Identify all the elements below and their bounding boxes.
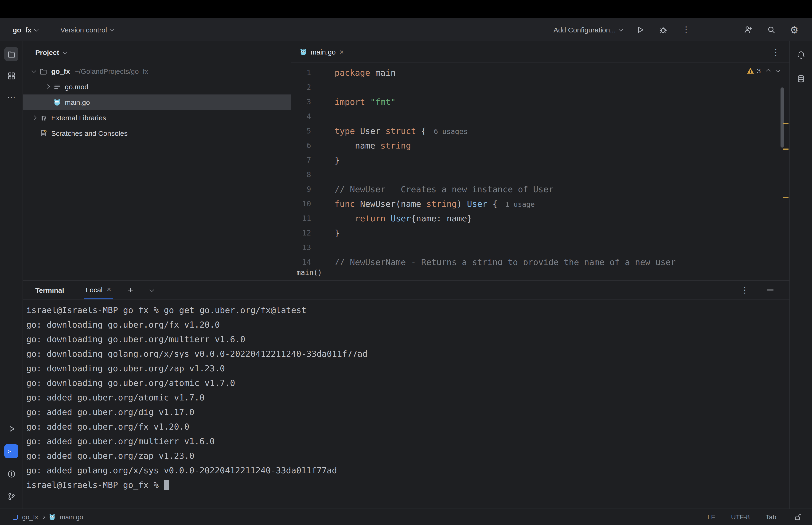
status-breadcrumb[interactable]: go_fx main.go [13, 513, 83, 521]
settings-button[interactable]: ⚙ [789, 25, 799, 35]
code-line[interactable]: 10func NewUser(name string) User {1 usag… [291, 196, 790, 211]
problems-tool-button[interactable] [4, 467, 18, 481]
line-number[interactable]: 4 [291, 109, 311, 124]
indent-indicator[interactable]: Tab [766, 513, 776, 521]
more-actions-button[interactable]: ⋮ [681, 25, 691, 35]
editor-tab-main-go[interactable]: main.go × [300, 48, 344, 56]
debug-button[interactable] [658, 25, 668, 35]
warning-stripe-mark[interactable] [783, 123, 788, 124]
warning-count[interactable]: 3 [747, 67, 761, 75]
write-access-button[interactable] [792, 512, 802, 522]
editor-scrollbar[interactable] [781, 87, 784, 148]
editor-options-button[interactable]: ⋮ [771, 47, 781, 57]
terminal-tool-button[interactable]: >_ [4, 444, 18, 458]
database-button[interactable] [794, 72, 808, 86]
warning-icon [747, 67, 754, 74]
line-number[interactable]: 11 [291, 211, 311, 226]
code-line[interactable]: 2 [291, 80, 790, 94]
code-line[interactable]: 11 return User{name: name} [291, 211, 790, 226]
terminal-prompt-text: israel@Israels-MBP go_fx % [26, 480, 164, 490]
structure-icon [7, 72, 15, 80]
code-line[interactable]: 6 name string [291, 138, 790, 153]
line-number[interactable]: 12 [291, 226, 311, 240]
tree-item-external-libraries[interactable]: External Libraries [23, 110, 291, 125]
chevron-right-icon[interactable] [32, 116, 36, 120]
code-line[interactable]: 13 [291, 240, 790, 255]
terminal-tab-local[interactable]: Local × [84, 281, 113, 299]
code-editor[interactable]: 1package main23import "fmt"45type User s… [291, 63, 790, 265]
tree-item-label: External Libraries [51, 114, 106, 122]
project-widget[interactable]: go_fx [13, 26, 38, 34]
code-token: string [380, 140, 411, 150]
line-number[interactable]: 8 [291, 167, 311, 182]
tree-item-label: main.go [65, 98, 90, 106]
tree-item-scratches[interactable]: Scratches and Consoles [23, 125, 291, 141]
line-number[interactable]: 5 [291, 124, 311, 138]
terminal-cursor [164, 480, 168, 490]
new-terminal-button[interactable]: + [125, 285, 136, 295]
line-number[interactable]: 10 [291, 196, 311, 211]
project-tool-button[interactable] [4, 47, 18, 61]
run-configuration-selector[interactable]: Add Configuration... [554, 26, 622, 34]
line-number[interactable]: 9 [291, 182, 311, 196]
chevron-up-icon[interactable] [766, 69, 770, 74]
code-with-me-button[interactable] [743, 25, 753, 35]
tree-item-label: Scratches and Consoles [51, 129, 127, 137]
code-line[interactable]: 5type User struct {6 usages [291, 124, 790, 138]
chevron-right-icon[interactable] [45, 85, 49, 89]
code-line[interactable]: 8 [291, 167, 790, 182]
usage-inlay-hint[interactable]: 6 usages [434, 127, 468, 136]
code-line[interactable]: 3import "fmt" [291, 94, 790, 109]
chevron-down-icon[interactable] [775, 68, 780, 72]
notifications-button[interactable] [794, 48, 808, 62]
chevron-down-icon [618, 27, 623, 31]
line-number[interactable]: 13 [291, 240, 311, 255]
chevron-down-icon[interactable] [32, 69, 36, 73]
terminal-minimize-button[interactable] [765, 285, 775, 295]
code-line[interactable]: 4 [291, 109, 790, 124]
encoding-indicator[interactable]: UTF-8 [731, 513, 750, 521]
run-window-icon [7, 425, 15, 433]
terminal-options-chevron[interactable] [147, 285, 157, 295]
project-panel-header[interactable]: Project [23, 41, 291, 62]
line-number[interactable]: 2 [291, 80, 311, 94]
code-line[interactable]: 7} [291, 153, 790, 167]
vcs-widget[interactable]: Version control [60, 26, 113, 34]
inspections-widget[interactable]: 3 [747, 67, 779, 75]
breadcrumb[interactable]: main() [296, 268, 322, 277]
more-tools-button[interactable]: ⋯ [4, 90, 18, 104]
tree-item-label: go.mod [65, 83, 88, 91]
close-icon[interactable]: × [107, 286, 111, 293]
run-button[interactable] [635, 25, 645, 35]
warning-stripe-mark[interactable] [783, 149, 788, 150]
line-number[interactable]: 14 [291, 255, 311, 265]
usage-inlay-hint[interactable]: 1 usage [505, 200, 535, 209]
line-ending-indicator[interactable]: LF [707, 513, 715, 521]
editor-breadcrumbs[interactable]: main() [291, 265, 790, 280]
line-number[interactable]: 6 [291, 138, 311, 153]
terminal-line: go: downloading go.uber.org/multierr v1.… [26, 332, 790, 346]
line-number[interactable]: 7 [291, 153, 311, 167]
structure-tool-button[interactable] [4, 69, 18, 83]
tree-item-go-mod[interactable]: go.mod [23, 79, 291, 94]
unlocked-icon [794, 513, 801, 521]
code-line[interactable]: 12} [291, 226, 790, 240]
tree-item-main-go[interactable]: main.go [23, 94, 291, 110]
code-token: User [355, 126, 386, 136]
line-number[interactable]: 3 [291, 94, 311, 109]
right-tool-strip [790, 41, 812, 509]
run-tool-button[interactable] [4, 422, 18, 436]
code-token [365, 97, 370, 107]
tree-item-root[interactable]: go_fx ~/GolandProjects/go_fx [23, 63, 291, 79]
code-line[interactable]: 1package main [291, 65, 790, 80]
terminal-output[interactable]: israel@Israels-MBP go_fx % go get go.ube… [23, 300, 790, 509]
version-control-tool-button[interactable] [4, 489, 18, 504]
terminal-title[interactable]: Terminal [35, 286, 64, 294]
terminal-more-button[interactable]: ⋮ [740, 285, 750, 295]
search-everywhere-button[interactable] [766, 25, 776, 35]
warning-stripe-mark[interactable] [783, 197, 788, 198]
code-line[interactable]: 9// NewUser - Creates a new instance of … [291, 182, 790, 196]
line-number[interactable]: 1 [291, 65, 311, 80]
code-line[interactable]: 14// NewUserName - Returns a string to p… [291, 255, 790, 265]
close-icon[interactable]: × [339, 48, 344, 56]
